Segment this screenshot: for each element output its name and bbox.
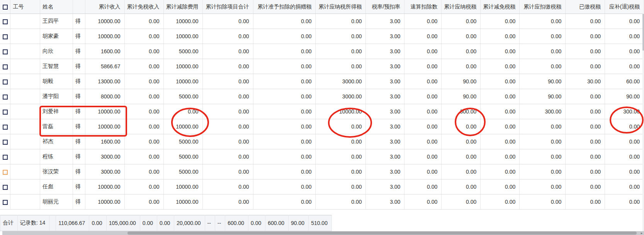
row-checkbox[interactable] bbox=[3, 110, 8, 115]
value-cell: 3.00 bbox=[366, 44, 404, 59]
value-cell: 0.00 bbox=[202, 14, 253, 29]
value-cell: 0.00 bbox=[605, 194, 644, 210]
income-type-cell: 得 bbox=[73, 179, 85, 194]
table-row[interactable]: 胡家豪得10000.000.0010000.000.000.000.003.00… bbox=[0, 29, 644, 44]
value-cell: 3.00 bbox=[366, 104, 404, 119]
table-row[interactable]: 潘宇阳得8000.000.005000.000.000.003000.003.0… bbox=[0, 89, 644, 104]
value-cell: 0.00 bbox=[253, 119, 316, 134]
footer-value-cell: 90.00 bbox=[289, 215, 309, 231]
horizontal-scrollbar[interactable]: ▸ bbox=[0, 231, 644, 235]
footer-value-cell: 600.00 bbox=[265, 215, 289, 231]
value-cell: 10000.00 bbox=[163, 119, 202, 134]
value-cell: 0.00 bbox=[404, 104, 442, 119]
value-cell: 300.00 bbox=[605, 104, 644, 119]
column-header-quick_deduction: 速算扣除数 bbox=[404, 0, 442, 14]
row-checkbox[interactable] bbox=[3, 140, 8, 145]
value-cell: 3.00 bbox=[366, 179, 404, 194]
column-header-cum_tax_free_income: 累计免税收入 bbox=[124, 0, 163, 14]
table-row[interactable]: 王智慧得5866.670.0010000.000.000.000.003.000… bbox=[0, 59, 644, 74]
row-select-cell bbox=[0, 59, 10, 74]
value-cell: 0.00 bbox=[124, 179, 163, 194]
table-row[interactable]: 程练得3000.000.005000.000.000.000.003.000.0… bbox=[0, 149, 644, 164]
table-row[interactable]: 胡丽元得10000.000.0010000.000.000.000.003.00… bbox=[0, 194, 644, 210]
column-header-cum_deduction_items_total: 累计扣除项目合计 bbox=[202, 0, 253, 14]
row-checkbox[interactable] bbox=[3, 185, 8, 190]
row-checkbox[interactable] bbox=[3, 19, 8, 24]
row-checkbox[interactable] bbox=[3, 34, 8, 39]
column-header-tax_due_refund: 应补(退)税额 bbox=[605, 0, 644, 14]
value-cell: 0.00 bbox=[316, 59, 366, 74]
value-cell: 0.00 bbox=[253, 59, 316, 74]
value-cell: 0.00 bbox=[253, 104, 316, 119]
value-cell: 10000.00 bbox=[85, 179, 124, 194]
value-cell: 0.00 bbox=[442, 164, 481, 179]
row-checkbox[interactable] bbox=[3, 200, 8, 205]
value-cell: 0.00 bbox=[253, 29, 316, 44]
row-checkbox[interactable] bbox=[3, 125, 8, 130]
row-checkbox[interactable] bbox=[3, 64, 8, 69]
value-cell: 0.00 bbox=[481, 149, 520, 164]
row-checkbox[interactable] bbox=[3, 95, 8, 100]
value-cell: 0.00 bbox=[481, 179, 520, 194]
row-checkbox[interactable] bbox=[3, 155, 8, 160]
value-cell: 0.00 bbox=[253, 149, 316, 164]
column-header-tax_rate: 税率/预扣率 bbox=[366, 0, 404, 14]
income-type-cell: 得 bbox=[73, 74, 85, 89]
value-cell: 0.00 bbox=[481, 14, 520, 29]
value-cell: 300.00 bbox=[442, 104, 481, 119]
row-select-cell bbox=[0, 29, 10, 44]
table-row[interactable]: 任彪得10000.000.0010000.000.000.000.003.000… bbox=[0, 179, 644, 194]
value-cell: 0.00 bbox=[442, 59, 481, 74]
table-row[interactable]: 王四平得10000.000.0010000.000.000.000.003.00… bbox=[0, 14, 644, 29]
value-cell: 0.00 bbox=[520, 29, 566, 44]
value-cell: 0.00 bbox=[605, 164, 644, 179]
row-select-cell bbox=[0, 14, 10, 29]
emp-id-cell bbox=[10, 89, 40, 104]
vertical-scrollbar-thumb[interactable] bbox=[642, 14, 644, 51]
column-header-tax_paid: 已缴税额 bbox=[566, 0, 605, 14]
scroll-right-arrow-icon[interactable]: ▸ bbox=[640, 231, 643, 235]
name-cell: 任彪 bbox=[40, 179, 73, 194]
row-checkbox[interactable] bbox=[3, 49, 8, 54]
value-cell: 0.00 bbox=[520, 59, 566, 74]
column-header-cum_tax_reduction: 累计减免税额 bbox=[481, 0, 520, 14]
row-select-cell bbox=[0, 179, 10, 194]
table-row[interactable]: 张汉荣得3000.000.005000.000.000.000.003.000.… bbox=[0, 164, 644, 179]
table-row[interactable]: 雷磊得10000.000.0010000.000.000.000.003.000… bbox=[0, 119, 644, 134]
value-cell: 0.00 bbox=[253, 194, 316, 210]
table-row[interactable]: 向欣得1600.000.005000.000.000.000.003.000.0… bbox=[0, 44, 644, 59]
value-cell: 1600.00 bbox=[85, 44, 124, 59]
value-cell: 0.00 bbox=[316, 194, 366, 210]
emp-id-cell bbox=[10, 119, 40, 134]
value-cell: 0.00 bbox=[124, 104, 163, 119]
value-cell: 0.00 bbox=[316, 149, 366, 164]
row-checkbox[interactable] bbox=[3, 170, 8, 175]
table-row[interactable]: 刘爱祥得10000.000.000.000.000.0010000.003.00… bbox=[0, 104, 644, 119]
value-cell: 3.00 bbox=[366, 59, 404, 74]
table-row[interactable]: 祁杰得1600.000.005000.000.000.000.003.000.0… bbox=[0, 134, 644, 149]
income-type-cell: 得 bbox=[73, 149, 85, 164]
value-cell: 0.00 bbox=[124, 29, 163, 44]
table-row[interactable]: 胡毅得13000.000.0010000.000.000.003000.003.… bbox=[0, 74, 644, 89]
vertical-scrollbar[interactable] bbox=[642, 13, 644, 231]
value-cell: 3000.00 bbox=[316, 74, 366, 89]
value-cell: 3.00 bbox=[366, 119, 404, 134]
value-cell: 0.00 bbox=[520, 14, 566, 29]
row-checkbox[interactable] bbox=[3, 79, 8, 85]
row-select-cell bbox=[0, 164, 10, 179]
value-cell: 0.00 bbox=[605, 14, 644, 29]
value-cell: 0.00 bbox=[316, 44, 366, 59]
value-cell: 0.00 bbox=[520, 149, 566, 164]
name-cell: 王四平 bbox=[40, 14, 73, 29]
name-cell: 程练 bbox=[40, 149, 73, 164]
column-header-cum_deduction_expense: 累计减除费用 bbox=[163, 0, 202, 14]
value-cell: 0.00 bbox=[566, 89, 605, 104]
value-cell: 0.00 bbox=[253, 14, 316, 29]
horizontal-scrollbar-thumb[interactable] bbox=[127, 232, 637, 235]
select-all-checkbox[interactable] bbox=[3, 5, 8, 10]
value-cell: 0.00 bbox=[481, 119, 520, 134]
emp-id-cell bbox=[10, 29, 40, 44]
footer-value-cell: -- bbox=[205, 215, 215, 231]
value-cell: 0.00 bbox=[566, 14, 605, 29]
value-cell: 0.00 bbox=[605, 119, 644, 134]
